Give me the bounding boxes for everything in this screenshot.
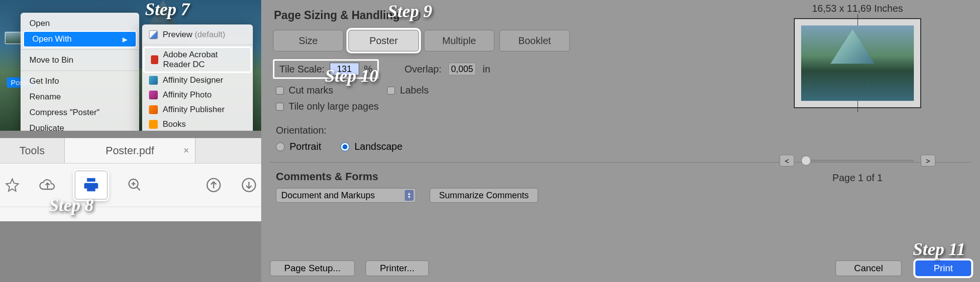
down-arrow-icon[interactable] (241, 177, 257, 193)
radio-landscape[interactable]: Landscape (341, 141, 402, 152)
openwith-books[interactable]: Books (142, 117, 253, 131)
zoom-icon[interactable] (126, 177, 143, 193)
radio-portrait[interactable]: Portrait (276, 141, 321, 152)
next-page-button[interactable]: > (921, 155, 935, 166)
print-confirm-button[interactable]: Print (915, 260, 971, 276)
tile-scale-label: Tile Scale: (279, 64, 325, 75)
ctx-open[interactable]: Open (21, 16, 139, 31)
page-counter: Page 1 of 1 (755, 172, 960, 184)
acrobat-window: Tools Poster.pdf × (0, 138, 261, 221)
openwith-affinity-photo[interactable]: Affinity Photo (142, 88, 253, 102)
star-icon[interactable] (4, 177, 21, 193)
summarize-button[interactable]: Summarize Comments (430, 188, 538, 203)
acrobat-icon (151, 55, 158, 64)
preview-icon (149, 30, 158, 39)
orientation-label: Orientation: (276, 125, 980, 136)
books-icon (149, 120, 158, 129)
openwith-acrobat[interactable]: Adobe Acrobat Reader DC (144, 47, 251, 72)
affinity-photo-icon (149, 91, 158, 99)
seg-size[interactable]: Size (273, 30, 343, 51)
toolbar (0, 164, 261, 207)
overlap-label: Overlap: (404, 64, 441, 75)
prev-page-button[interactable]: < (780, 155, 794, 166)
up-arrow-icon[interactable] (205, 177, 222, 193)
overlap-unit: in (483, 64, 490, 75)
ctx-open-with[interactable]: Open With ▶ (24, 31, 136, 47)
openwith-affinity-publisher[interactable]: Affinity Publisher (142, 102, 253, 117)
page-sizing-title: Page Sizing & Handling (274, 9, 400, 22)
dropdown-arrows-icon: ▲▼ (405, 190, 414, 201)
tab-file-label: Poster.pdf (105, 144, 154, 157)
printer-button[interactable]: Printer... (366, 260, 429, 276)
close-icon[interactable]: × (183, 145, 189, 156)
page-slider[interactable] (801, 160, 914, 162)
cloud-upload-icon[interactable] (39, 177, 56, 193)
comments-dropdown[interactable]: Document and Markups ▲▼ (276, 188, 416, 203)
affinity-designer-icon (149, 76, 158, 85)
ctx-move-to-bin[interactable]: Move to Bin (21, 52, 139, 68)
seg-booklet[interactable]: Booklet (499, 30, 570, 51)
affinity-publisher-icon (149, 105, 158, 114)
default-label: (default) (195, 30, 225, 39)
step-11-label: Step 11 (913, 239, 965, 259)
open-with-submenu: Preview (default) Adobe Acrobat Reader D… (142, 24, 253, 131)
printer-icon (81, 177, 101, 193)
ctx-duplicate[interactable]: Duplicate (21, 120, 139, 131)
preview-thumbnail (801, 25, 914, 101)
ctx-compress[interactable]: Compress "Poster" (21, 105, 139, 120)
step-7-label: Step 7 (145, 0, 190, 20)
ctx-open-with-label: Open With (32, 34, 72, 44)
chevron-right-icon: ▶ (122, 36, 127, 43)
page-preview (794, 18, 921, 108)
acrobat-label: Adobe Acrobat Reader DC (163, 50, 244, 70)
desktop-background: Poster Open Open With ▶ Move to Bin Get … (0, 0, 261, 131)
seg-multiple[interactable]: Multiple (424, 30, 494, 51)
slider-thumb[interactable] (801, 156, 811, 165)
ctx-rename[interactable]: Rename (21, 89, 139, 105)
preview-label: Preview (163, 30, 192, 39)
step-10-label: Step 10 (325, 66, 378, 86)
page-setup-button[interactable]: Page Setup... (270, 260, 355, 276)
overlap-input[interactable] (448, 63, 476, 75)
tab-tools[interactable]: Tools (0, 138, 65, 163)
labels-check[interactable]: Labels (387, 85, 429, 96)
file-thumbnail[interactable] (5, 32, 22, 44)
cancel-button[interactable]: Cancel (835, 260, 902, 276)
context-menu: Open Open With ▶ Move to Bin Get Info Re… (21, 13, 139, 131)
step-8-label: Step 8 (49, 195, 94, 215)
dimensions-label: 16,53 x 11,69 Inches (755, 3, 960, 14)
cut-marks-check[interactable]: Cut marks (276, 85, 333, 96)
openwith-preview[interactable]: Preview (default) (142, 27, 253, 42)
openwith-affinity-designer[interactable]: Affinity Designer (142, 73, 253, 88)
seg-poster[interactable]: Poster (348, 30, 419, 51)
step-9-label: Step 9 (388, 1, 432, 22)
tab-file[interactable]: Poster.pdf × (65, 138, 196, 163)
ctx-get-info[interactable]: Get Info (21, 73, 139, 89)
